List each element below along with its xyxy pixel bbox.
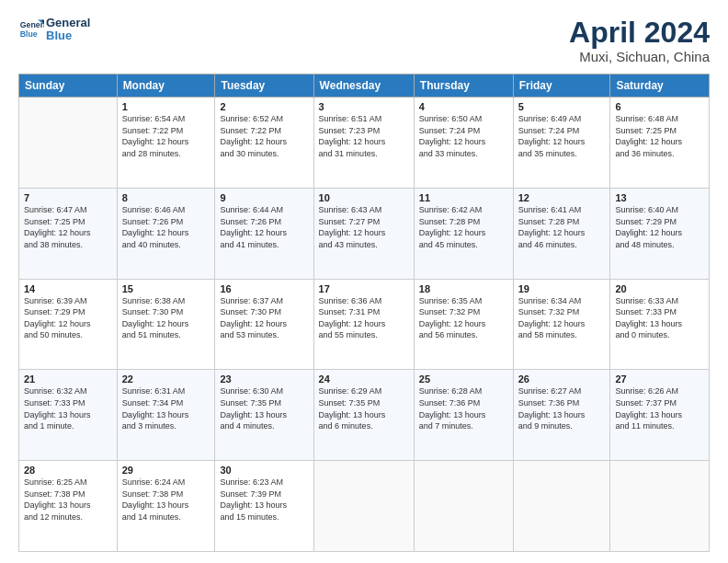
day-info: Sunrise: 6:27 AM Sunset: 7:36 PM Dayligh… (518, 385, 606, 431)
day-number: 28 (24, 465, 112, 476)
calendar-cell (19, 98, 118, 189)
calendar-week-1: 1Sunrise: 6:54 AM Sunset: 7:22 PM Daylig… (19, 98, 710, 189)
day-number: 24 (319, 373, 409, 385)
calendar-cell: 10Sunrise: 6:43 AM Sunset: 7:27 PM Dayli… (313, 188, 414, 279)
day-number: 25 (419, 373, 508, 385)
day-number: 23 (220, 373, 308, 385)
calendar-cell: 4Sunrise: 6:50 AM Sunset: 7:24 PM Daylig… (414, 98, 513, 189)
day-number: 29 (122, 465, 210, 476)
day-info: Sunrise: 6:36 AM Sunset: 7:31 PM Dayligh… (319, 295, 409, 341)
day-info: Sunrise: 6:46 AM Sunset: 7:26 PM Dayligh… (122, 204, 210, 250)
day-info: Sunrise: 6:37 AM Sunset: 7:30 PM Dayligh… (220, 295, 308, 341)
calendar-header: SundayMondayTuesdayWednesdayThursdayFrid… (19, 75, 710, 98)
day-info: Sunrise: 6:30 AM Sunset: 7:35 PM Dayligh… (220, 385, 308, 431)
logo-blue: Blue (46, 29, 90, 42)
logo: General Blue General Blue (18, 17, 90, 43)
day-info: Sunrise: 6:52 AM Sunset: 7:22 PM Dayligh… (220, 113, 308, 159)
day-info: Sunrise: 6:38 AM Sunset: 7:30 PM Dayligh… (122, 295, 210, 341)
day-info: Sunrise: 6:34 AM Sunset: 7:32 PM Dayligh… (518, 295, 606, 341)
calendar-body: 1Sunrise: 6:54 AM Sunset: 7:22 PM Daylig… (19, 98, 710, 552)
day-number: 13 (615, 192, 704, 203)
calendar-cell: 5Sunrise: 6:49 AM Sunset: 7:24 PM Daylig… (513, 98, 610, 189)
day-info: Sunrise: 6:33 AM Sunset: 7:33 PM Dayligh… (615, 295, 704, 341)
calendar-cell: 12Sunrise: 6:41 AM Sunset: 7:28 PM Dayli… (513, 188, 610, 279)
calendar-cell: 6Sunrise: 6:48 AM Sunset: 7:25 PM Daylig… (610, 98, 710, 189)
day-number: 7 (24, 192, 112, 203)
calendar-cell: 7Sunrise: 6:47 AM Sunset: 7:25 PM Daylig… (19, 188, 118, 279)
day-info: Sunrise: 6:35 AM Sunset: 7:32 PM Dayligh… (419, 295, 508, 341)
page-subtitle: Muxi, Sichuan, China (569, 49, 710, 64)
day-number: 9 (220, 192, 308, 203)
svg-text:Blue: Blue (20, 29, 38, 39)
day-info: Sunrise: 6:25 AM Sunset: 7:38 PM Dayligh… (24, 477, 112, 523)
day-number: 4 (419, 101, 508, 112)
day-info: Sunrise: 6:24 AM Sunset: 7:38 PM Dayligh… (122, 477, 210, 523)
day-info: Sunrise: 6:54 AM Sunset: 7:22 PM Dayligh… (122, 113, 210, 159)
calendar-cell: 9Sunrise: 6:44 AM Sunset: 7:26 PM Daylig… (215, 188, 313, 279)
calendar-cell: 1Sunrise: 6:54 AM Sunset: 7:22 PM Daylig… (117, 98, 215, 189)
day-info: Sunrise: 6:40 AM Sunset: 7:29 PM Dayligh… (615, 204, 704, 250)
calendar-cell (414, 461, 513, 552)
calendar-cell: 17Sunrise: 6:36 AM Sunset: 7:31 PM Dayli… (313, 279, 414, 370)
calendar-week-5: 28Sunrise: 6:25 AM Sunset: 7:38 PM Dayli… (19, 461, 710, 552)
day-number: 3 (319, 101, 409, 112)
weekday-header-wednesday: Wednesday (313, 75, 414, 98)
day-info: Sunrise: 6:51 AM Sunset: 7:23 PM Dayligh… (319, 113, 409, 159)
day-info: Sunrise: 6:31 AM Sunset: 7:34 PM Dayligh… (122, 385, 210, 431)
calendar-cell: 13Sunrise: 6:40 AM Sunset: 7:29 PM Dayli… (610, 188, 710, 279)
day-number: 20 (615, 283, 704, 294)
calendar-week-2: 7Sunrise: 6:47 AM Sunset: 7:25 PM Daylig… (19, 188, 710, 279)
day-number: 19 (518, 283, 606, 294)
calendar: SundayMondayTuesdayWednesdayThursdayFrid… (18, 74, 710, 552)
calendar-cell: 3Sunrise: 6:51 AM Sunset: 7:23 PM Daylig… (313, 98, 414, 189)
calendar-cell (313, 461, 414, 552)
calendar-week-3: 14Sunrise: 6:39 AM Sunset: 7:29 PM Dayli… (19, 279, 710, 370)
day-number: 2 (220, 101, 308, 112)
day-info: Sunrise: 6:39 AM Sunset: 7:29 PM Dayligh… (24, 295, 112, 341)
calendar-cell: 21Sunrise: 6:32 AM Sunset: 7:33 PM Dayli… (19, 370, 118, 461)
calendar-cell: 30Sunrise: 6:23 AM Sunset: 7:39 PM Dayli… (215, 461, 313, 552)
day-info: Sunrise: 6:23 AM Sunset: 7:39 PM Dayligh… (220, 477, 308, 523)
day-info: Sunrise: 6:26 AM Sunset: 7:37 PM Dayligh… (615, 385, 704, 431)
day-number: 16 (220, 283, 308, 294)
day-number: 26 (518, 373, 606, 385)
weekday-header-monday: Monday (117, 75, 215, 98)
day-info: Sunrise: 6:43 AM Sunset: 7:27 PM Dayligh… (319, 204, 409, 250)
day-number: 11 (419, 192, 508, 203)
weekday-header-thursday: Thursday (414, 75, 513, 98)
calendar-cell: 18Sunrise: 6:35 AM Sunset: 7:32 PM Dayli… (414, 279, 513, 370)
day-info: Sunrise: 6:32 AM Sunset: 7:33 PM Dayligh… (24, 385, 112, 431)
day-number: 30 (220, 465, 308, 476)
day-number: 27 (615, 373, 704, 385)
calendar-cell: 25Sunrise: 6:28 AM Sunset: 7:36 PM Dayli… (414, 370, 513, 461)
day-number: 5 (518, 101, 606, 112)
day-number: 15 (122, 283, 210, 294)
calendar-cell: 23Sunrise: 6:30 AM Sunset: 7:35 PM Dayli… (215, 370, 313, 461)
weekday-header-sunday: Sunday (19, 75, 118, 98)
calendar-cell: 26Sunrise: 6:27 AM Sunset: 7:36 PM Dayli… (513, 370, 610, 461)
day-info: Sunrise: 6:29 AM Sunset: 7:35 PM Dayligh… (319, 385, 409, 431)
day-number: 8 (122, 192, 210, 203)
calendar-cell: 28Sunrise: 6:25 AM Sunset: 7:38 PM Dayli… (19, 461, 118, 552)
day-number: 17 (319, 283, 409, 294)
day-info: Sunrise: 6:49 AM Sunset: 7:24 PM Dayligh… (518, 113, 606, 159)
calendar-cell: 24Sunrise: 6:29 AM Sunset: 7:35 PM Dayli… (313, 370, 414, 461)
day-info: Sunrise: 6:50 AM Sunset: 7:24 PM Dayligh… (419, 113, 508, 159)
calendar-cell: 16Sunrise: 6:37 AM Sunset: 7:30 PM Dayli… (215, 279, 313, 370)
calendar-cell: 19Sunrise: 6:34 AM Sunset: 7:32 PM Dayli… (513, 279, 610, 370)
calendar-cell: 11Sunrise: 6:42 AM Sunset: 7:28 PM Dayli… (414, 188, 513, 279)
day-number: 6 (615, 101, 704, 112)
calendar-cell: 20Sunrise: 6:33 AM Sunset: 7:33 PM Dayli… (610, 279, 710, 370)
page-title: April 2024 (569, 17, 710, 49)
page: General Blue General Blue April 2024 Mux… (0, 0, 728, 563)
day-number: 14 (24, 283, 112, 294)
logo-icon: General Blue (18, 17, 44, 42)
day-info: Sunrise: 6:44 AM Sunset: 7:26 PM Dayligh… (220, 204, 308, 250)
day-info: Sunrise: 6:48 AM Sunset: 7:25 PM Dayligh… (615, 113, 704, 159)
calendar-cell: 2Sunrise: 6:52 AM Sunset: 7:22 PM Daylig… (215, 98, 313, 189)
day-number: 1 (122, 101, 210, 112)
logo-general: General (46, 17, 90, 29)
calendar-cell: 8Sunrise: 6:46 AM Sunset: 7:26 PM Daylig… (117, 188, 215, 279)
day-number: 12 (518, 192, 606, 203)
calendar-cell: 29Sunrise: 6:24 AM Sunset: 7:38 PM Dayli… (117, 461, 215, 552)
